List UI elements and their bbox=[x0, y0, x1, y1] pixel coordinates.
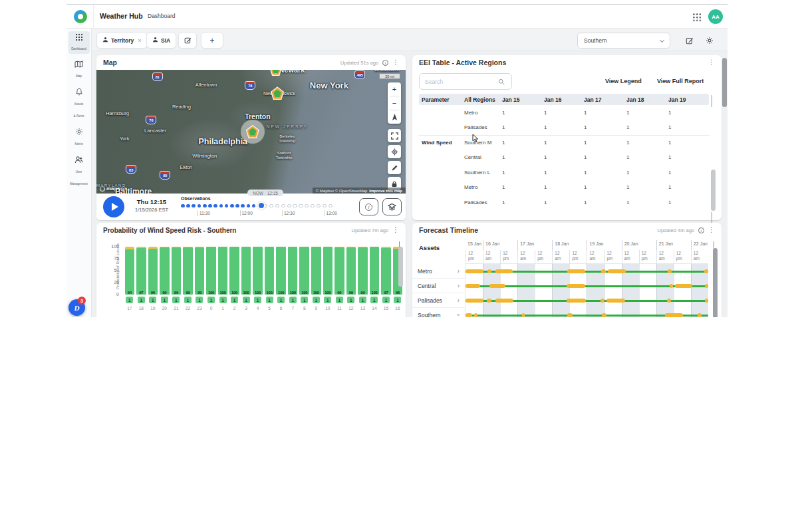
bar-column[interactable]: 10019 bbox=[311, 243, 323, 311]
track-segment-empty[interactable] bbox=[311, 204, 315, 207]
bar-column[interactable]: 97115 bbox=[380, 243, 392, 311]
track-segment-filled[interactable] bbox=[235, 204, 239, 207]
view-full-report-link[interactable]: View Full Report bbox=[657, 78, 704, 84]
info-icon[interactable]: i bbox=[382, 60, 388, 66]
breadcrumb-dashboard[interactable]: Dashboard bbox=[148, 13, 176, 19]
map-canvas[interactable]: 20 mi + − © Mapbox © OpenStre bbox=[96, 70, 406, 194]
zoom-in-button[interactable]: + bbox=[388, 82, 401, 96]
track-segment-filled[interactable] bbox=[181, 204, 185, 207]
sidebar-item-map[interactable]: Map bbox=[68, 59, 90, 81]
kebab-menu-icon[interactable]: ⋮ bbox=[708, 59, 715, 66]
track-segment-filled[interactable] bbox=[241, 204, 245, 207]
edit-dashboard-button[interactable] bbox=[686, 35, 694, 47]
layers-button[interactable] bbox=[382, 198, 402, 215]
track-segment-empty[interactable] bbox=[299, 204, 303, 207]
track-segment-empty[interactable] bbox=[305, 204, 309, 207]
bar-column[interactable]: 10010 bbox=[205, 243, 217, 311]
scroll-up-arrow[interactable] bbox=[714, 241, 718, 245]
track-segment-empty[interactable] bbox=[323, 204, 327, 207]
table-row[interactable]: Metro11111 bbox=[419, 105, 709, 120]
fullscreen-button[interactable] bbox=[388, 129, 401, 142]
asset-row-palisades[interactable]: Palisades› bbox=[412, 293, 466, 308]
table-row[interactable]: Central11111 bbox=[419, 150, 709, 166]
bar-column[interactable]: 10013 bbox=[240, 243, 252, 311]
asset-row-central[interactable]: Central› bbox=[412, 279, 466, 293]
tab-territory[interactable]: Territory × bbox=[96, 32, 148, 49]
track-segment-filled[interactable] bbox=[247, 204, 251, 207]
bar-column[interactable]: 99111 bbox=[334, 243, 346, 311]
table-row[interactable]: Palisades11111 bbox=[419, 195, 709, 210]
info-icon[interactable]: i bbox=[698, 227, 704, 233]
track-segment-filled[interactable] bbox=[186, 204, 190, 207]
draw-button[interactable] bbox=[388, 161, 401, 174]
bar-column[interactable]: 100114 bbox=[368, 243, 380, 311]
forecast-scrollbar-thumb[interactable] bbox=[713, 248, 718, 317]
bar-column[interactable]: 10012 bbox=[229, 243, 241, 311]
bar-column[interactable]: 10011 bbox=[217, 243, 229, 311]
track-segment-filled[interactable] bbox=[198, 204, 201, 207]
table-row[interactable]: Metro11111 bbox=[419, 180, 709, 196]
compass-button[interactable] bbox=[388, 110, 401, 124]
locate-button[interactable] bbox=[388, 145, 401, 158]
asset-row-metro[interactable]: Metro› bbox=[412, 264, 466, 279]
search-input[interactable] bbox=[425, 78, 498, 85]
asset-row-southern[interactable]: Southern› bbox=[412, 308, 466, 317]
bar-column[interactable]: 99123 bbox=[194, 243, 205, 311]
sidebar-item-assets[interactable]: Assets & Alerts bbox=[68, 86, 90, 121]
bar-column[interactable]: 99112 bbox=[345, 243, 357, 311]
track-segment-filled[interactable] bbox=[225, 204, 229, 207]
track-segment-empty[interactable] bbox=[317, 204, 321, 207]
asset-marker[interactable] bbox=[270, 70, 282, 76]
track-segment-filled[interactable] bbox=[213, 204, 217, 207]
bar-column[interactable]: 94117 bbox=[124, 243, 136, 311]
kebab-menu-icon[interactable]: ⋮ bbox=[708, 227, 715, 233]
track-segment-filled[interactable] bbox=[203, 204, 207, 207]
page-scrollbar-thumb[interactable] bbox=[722, 58, 727, 107]
track-segment-filled[interactable] bbox=[230, 204, 234, 207]
bar-column[interactable]: 10015 bbox=[263, 243, 275, 311]
chevron-down-icon[interactable]: › bbox=[455, 314, 462, 316]
bar-column[interactable]: 100110 bbox=[322, 243, 334, 311]
track-segment-empty[interactable] bbox=[269, 204, 273, 207]
zoom-out-button[interactable]: − bbox=[388, 96, 401, 110]
bar-column[interactable]: 10016 bbox=[275, 243, 287, 311]
track-segment-empty[interactable] bbox=[275, 204, 279, 207]
kebab-menu-icon[interactable]: ⋮ bbox=[392, 227, 399, 233]
table-row[interactable]: Palisades11111 bbox=[419, 120, 709, 136]
chevron-right-icon[interactable]: › bbox=[458, 267, 460, 275]
timebar-info-button[interactable]: i bbox=[359, 198, 378, 215]
edit-tabs-button[interactable] bbox=[178, 32, 197, 49]
close-icon[interactable]: × bbox=[138, 37, 141, 44]
settings-button[interactable] bbox=[706, 35, 714, 47]
kebab-menu-icon[interactable]: ⋮ bbox=[392, 59, 399, 66]
bar-column[interactable]: 10014 bbox=[252, 243, 264, 311]
add-tab-button[interactable]: + bbox=[201, 32, 223, 49]
apps-grid-icon[interactable] bbox=[692, 13, 701, 21]
scroll-up-arrow[interactable] bbox=[712, 95, 716, 99]
bar-column[interactable]: 10017 bbox=[287, 243, 299, 311]
bar-column[interactable]: 99120 bbox=[159, 243, 171, 311]
chevron-right-icon[interactable]: › bbox=[458, 282, 460, 289]
track-segment-empty[interactable] bbox=[293, 204, 297, 207]
track-segment-filled[interactable] bbox=[192, 204, 196, 207]
play-button[interactable] bbox=[103, 196, 124, 217]
sidebar-item-admin[interactable]: Admin bbox=[68, 126, 90, 149]
asset-marker[interactable] bbox=[246, 125, 259, 138]
track-current-dot[interactable] bbox=[257, 201, 265, 209]
region-select[interactable]: Southern bbox=[577, 33, 670, 49]
table-row[interactable]: Southern L11111 bbox=[419, 165, 709, 180]
scroll-up-arrow[interactable] bbox=[399, 241, 403, 245]
bar-column[interactable]: 99122 bbox=[182, 243, 194, 311]
track-segment-empty[interactable] bbox=[281, 204, 285, 207]
bar-column[interactable]: 99121 bbox=[170, 243, 182, 311]
track-segment-filled[interactable] bbox=[252, 204, 256, 207]
track-segment-empty[interactable] bbox=[287, 204, 291, 207]
tab-sia[interactable]: SIA bbox=[146, 32, 176, 49]
table-row[interactable]: Wind SpeedSouthern M11111 bbox=[419, 135, 709, 150]
asset-marker[interactable] bbox=[271, 86, 284, 100]
scroll-down-arrow[interactable] bbox=[712, 212, 716, 216]
bar-column[interactable]: 96119 bbox=[147, 243, 159, 311]
improve-map-link[interactable]: Improve this map bbox=[369, 189, 402, 193]
chart-scrollbar-thumb[interactable] bbox=[398, 247, 403, 287]
avatar[interactable]: AA bbox=[708, 9, 723, 24]
